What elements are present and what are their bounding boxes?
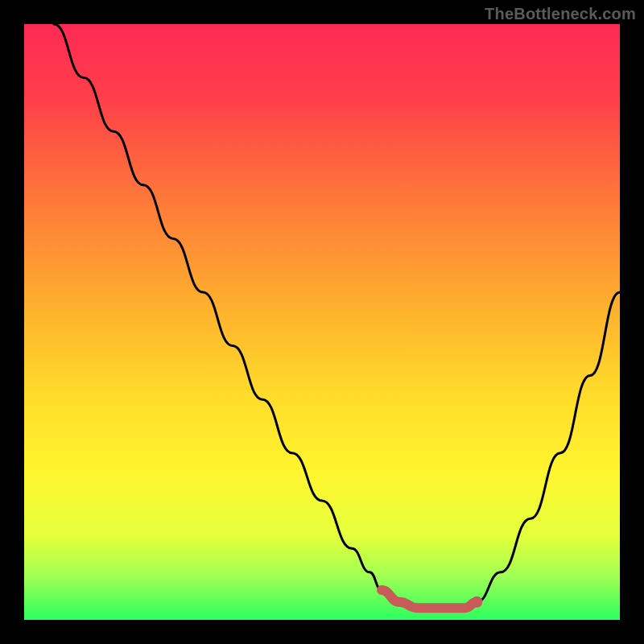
plot-area (24, 24, 620, 620)
bottleneck-curve-path (54, 24, 620, 608)
watermark-text: TheBottleneck.com (485, 5, 636, 23)
chart-frame: TheBottleneck.com (0, 0, 644, 644)
optimal-point-marker (471, 597, 482, 608)
optimal-region-highlight (382, 590, 477, 608)
curve-layer (24, 24, 620, 620)
